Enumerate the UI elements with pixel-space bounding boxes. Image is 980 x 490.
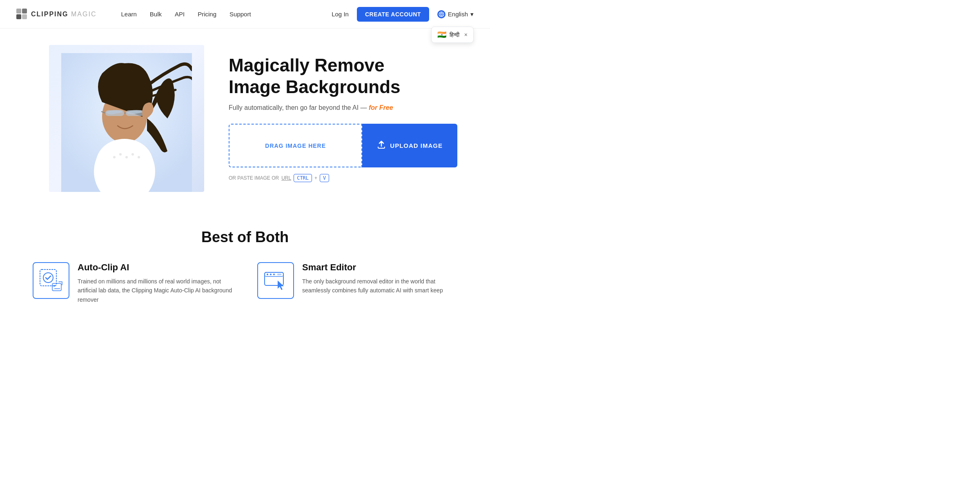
hero-section: Magically Remove Image Backgrounds Fully… (0, 29, 490, 208)
autoclip-icon-box (33, 262, 69, 299)
header: CLIPPING MAGIC Learn Bulk API Pricing Su… (0, 0, 490, 29)
smart-editor-title: Smart Editor (302, 262, 457, 273)
language-dropdown: 🇮🇳 हिन्दी × (431, 27, 474, 43)
features-row: Auto-Clip AI Trained on millions and mil… (33, 262, 457, 304)
autoclip-description: Trained on millions and millions of real… (78, 277, 233, 304)
svg-point-21 (43, 273, 53, 283)
logo[interactable]: CLIPPING MAGIC (16, 9, 96, 20)
best-of-both-section: Best of Both Auto-Clip AI Trained on mil… (0, 208, 490, 321)
v-key: V (320, 174, 329, 182)
login-link[interactable]: Log In (332, 11, 349, 18)
hero-content: Magically Remove Image Backgrounds Fully… (204, 55, 457, 183)
smart-editor-text: Smart Editor The only background removal… (302, 262, 457, 295)
svg-rect-3 (22, 14, 27, 19)
header-right: Log In CREATE ACCOUNT English ▾ (332, 7, 474, 22)
ctrl-key: CTRL (294, 174, 312, 182)
upload-icon (377, 140, 386, 151)
svg-point-26 (267, 274, 268, 275)
svg-point-19 (138, 156, 140, 158)
hindi-label: हिन्दी (450, 31, 459, 38)
best-section-title: Best of Both (33, 229, 457, 246)
india-flag-icon: 🇮🇳 (437, 30, 446, 39)
svg-rect-9 (105, 110, 124, 116)
url-link[interactable]: URL (281, 175, 291, 181)
chevron-down-icon: ▾ (470, 11, 474, 18)
feature-smart-editor: Smart Editor The only background removal… (257, 262, 457, 304)
svg-point-28 (273, 274, 275, 275)
svg-point-15 (113, 156, 116, 158)
smart-editor-icon (261, 266, 290, 295)
paste-hint: OR PASTE IMAGE OR URL CTRL + V (229, 174, 457, 182)
globe-icon (437, 10, 445, 18)
svg-point-16 (119, 153, 122, 156)
nav-api[interactable]: API (175, 11, 185, 18)
upload-image-button[interactable]: UPLOAD IMAGE (362, 124, 457, 167)
svg-point-27 (270, 274, 272, 275)
hero-image (49, 45, 204, 192)
upload-area: DRAG IMAGE HERE UPLOAD IMAGE (229, 124, 457, 167)
language-label: English (448, 11, 468, 18)
svg-point-17 (125, 156, 128, 158)
svg-rect-2 (22, 9, 27, 13)
autoclip-icon (37, 266, 65, 295)
autoclip-title: Auto-Clip AI (78, 262, 233, 273)
svg-rect-22 (52, 283, 61, 291)
smart-editor-icon-box (257, 262, 294, 299)
logo-text: CLIPPING MAGIC (31, 11, 96, 18)
nav-support[interactable]: Support (229, 11, 251, 18)
create-account-button[interactable]: CREATE ACCOUNT (357, 7, 429, 22)
hero-subtitle: Fully automatically, then go far beyond … (229, 104, 457, 111)
close-language-button[interactable]: × (464, 31, 468, 38)
nav-pricing[interactable]: Pricing (198, 11, 216, 18)
svg-rect-29 (277, 274, 281, 275)
svg-point-4 (439, 12, 444, 17)
nav-bulk[interactable]: Bulk (150, 11, 162, 18)
svg-point-23 (53, 285, 55, 287)
drag-drop-zone[interactable]: DRAG IMAGE HERE (229, 124, 362, 167)
autoclip-text: Auto-Clip AI Trained on millions and mil… (78, 262, 233, 304)
logo-icon (16, 9, 28, 20)
svg-rect-1 (16, 14, 21, 19)
nav-learn[interactable]: Learn (121, 11, 136, 18)
svg-rect-0 (16, 9, 21, 13)
hero-person-illustration (61, 53, 192, 192)
language-button[interactable]: English ▾ (437, 10, 474, 18)
smart-editor-description: The only background removal editor in th… (302, 277, 457, 295)
svg-point-18 (131, 153, 134, 156)
main-nav: Learn Bulk API Pricing Support (121, 11, 251, 18)
svg-rect-10 (126, 110, 145, 116)
feature-autoclip: Auto-Clip AI Trained on millions and mil… (33, 262, 233, 304)
plus-icon: + (314, 175, 317, 181)
hero-title: Magically Remove Image Backgrounds (229, 55, 457, 98)
upload-label: UPLOAD IMAGE (390, 142, 443, 149)
